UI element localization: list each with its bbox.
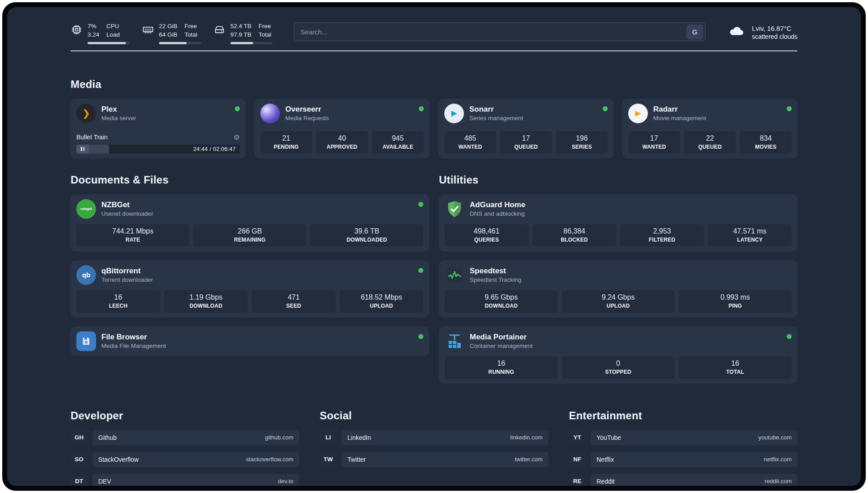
status-dot: [418, 268, 423, 273]
bookmark-link-stackoverflow[interactable]: StackOverflow stackoverflow.com: [92, 452, 299, 467]
stat-label: SEED: [254, 303, 334, 309]
app-card-filebrowser[interactable]: File Browser Media File Management: [71, 326, 429, 356]
app-subtitle: Media server: [101, 115, 136, 122]
stat-label: QUERIES: [447, 237, 527, 243]
app-card-nzbget[interactable]: nzbget NZBGet Usenet downloader 744.21 M…: [71, 194, 429, 251]
bookmark-row: RE Reddit reddit.com: [569, 474, 797, 486]
app-card-adguard[interactable]: AdGuard Home DNS and adblocking 498,461 …: [439, 194, 797, 251]
bookmark-link-github[interactable]: Github github.com: [92, 430, 299, 445]
top-bar: 7%3.24 CPULoad 22 GiB64 GiB Free: [71, 22, 797, 44]
ram-label-2: Total: [184, 31, 197, 39]
app-name: NZBGet: [101, 200, 153, 209]
memory-metric: 22 GiB64 GiB FreeTotal: [142, 22, 201, 44]
app-card-plex[interactable]: ❯ Plex Media server Bullet Train ⚙ 24:44…: [71, 99, 246, 159]
bookmark-url: linkedin.com: [510, 434, 542, 441]
stat-tile: 834 MOVIES: [740, 131, 792, 154]
stat-tile: 39.6 TB DOWNLOADED: [310, 224, 423, 246]
app-name: Media Portainer: [470, 332, 533, 342]
stat-value: 471: [254, 293, 334, 301]
app-subtitle: Container management: [470, 343, 533, 350]
stat-label: BLOCKED: [534, 237, 615, 243]
stat-tile: 9.65 Gbps DOWNLOAD: [445, 290, 558, 313]
disk-progress-bar: [230, 42, 272, 44]
radarr-icon: ▶: [628, 104, 648, 123]
stat-value: 498,461: [447, 227, 527, 235]
stat-tile: 16 RUNNING: [445, 356, 558, 379]
app-name: Plex: [101, 104, 136, 114]
stat-label: WANTED: [446, 144, 494, 150]
stat-tile: 9.24 Gbps UPLOAD: [562, 290, 675, 313]
stat-label: MOVIES: [742, 144, 790, 150]
stat-tile: 196 SERIES: [556, 131, 608, 154]
stat-value: 16: [680, 359, 790, 368]
cloud-icon: [726, 24, 747, 41]
ram-free: 22 GiB: [159, 22, 177, 31]
search-engine-button[interactable]: G: [686, 25, 703, 39]
bookmark-group-developer: Developer GH Github github.com SO StackO…: [71, 409, 299, 486]
bookmark-row: TW Twitter twitter.com: [320, 452, 548, 467]
app-card-qbittorrent[interactable]: qb qBittorrent Torrent downloader 16 LEE…: [71, 260, 429, 318]
bookmark-link-netflix[interactable]: Netflix netflix.com: [591, 452, 797, 467]
bookmark-row: NF Netflix netflix.com: [569, 452, 797, 467]
stat-label: PING: [680, 303, 790, 309]
stat-label: AVAILABLE: [374, 144, 422, 150]
stat-label: QUEUED: [502, 144, 550, 150]
stat-value: 485: [446, 134, 494, 142]
speedtest-icon: [445, 265, 464, 285]
bookmark-url: netflix.com: [764, 456, 792, 463]
stat-tile: 0.993 ms PING: [679, 290, 792, 313]
bookmark-name: YouTube: [597, 434, 621, 441]
app-card-radarr[interactable]: ▶ Radarr Movie management 17 WANTED 22 Q…: [622, 99, 797, 159]
bookmark-name: Netflix: [597, 456, 614, 463]
stat-tile: 86,384 BLOCKED: [533, 224, 617, 246]
cpu-label-1: CPU: [106, 22, 120, 31]
stat-tile: 618.52 Mbps UPLOAD: [340, 290, 424, 313]
nzbget-icon: nzbget: [76, 199, 96, 219]
weather-widget: Lviv, 16.87°C scattered clouds: [726, 24, 797, 41]
app-card-overseerr[interactable]: Overseerr Media Requests 21 PENDING 40 A…: [255, 99, 430, 159]
stat-label: WANTED: [630, 144, 678, 150]
weather-condition: scattered clouds: [752, 33, 797, 40]
ram-total: 64 GiB: [159, 31, 177, 39]
app-card-portainer[interactable]: Media Portainer Container management 16 …: [439, 326, 797, 384]
search-bar[interactable]: G: [294, 22, 705, 41]
bookmark-link-linkedin[interactable]: LinkedIn linkedin.com: [342, 430, 548, 445]
stat-value: 618.52 Mbps: [342, 293, 422, 301]
app-card-speedtest[interactable]: Speedtest Speedtest Tracking 9.65 Gbps D…: [439, 260, 797, 318]
settings-gear-icon[interactable]: ⚙: [234, 133, 240, 142]
bookmark-row: GH Github github.com: [71, 430, 299, 445]
stat-label: TOTAL: [680, 369, 790, 375]
weather-location-temp: Lviv, 16.87°C: [752, 25, 797, 32]
bookmark-link-twitter[interactable]: Twitter twitter.com: [342, 452, 548, 467]
cpu-icon: [71, 24, 83, 38]
stat-label: UPLOAD: [342, 303, 422, 309]
search-input[interactable]: [300, 28, 686, 36]
stat-tile: 40 APPROVED: [316, 131, 368, 154]
bookmark-abbr: NF: [569, 452, 586, 467]
disk-label-2: Total: [259, 31, 271, 39]
stat-value: 0.993 ms: [680, 293, 790, 301]
app-name: qBittorrent: [101, 266, 153, 276]
stat-tile: 17 WANTED: [628, 131, 680, 154]
bookmark-link-dev[interactable]: DEV dev.to: [92, 474, 299, 486]
app-subtitle: DNS and adblocking: [470, 210, 526, 218]
app-name: Speedtest: [470, 266, 522, 276]
app-name: File Browser: [101, 332, 166, 342]
playback-progress-bar[interactable]: 24:44 / 02:06:47: [76, 145, 240, 154]
bookmark-link-reddit[interactable]: Reddit reddit.com: [591, 474, 797, 486]
bookmark-row: YT YouTube youtube.com: [569, 430, 797, 445]
pause-icon[interactable]: [76, 145, 89, 154]
bookmark-url: twitter.com: [515, 456, 542, 463]
bookmark-name: StackOverflow: [98, 456, 138, 463]
bookmark-abbr: LI: [320, 430, 337, 445]
status-dot: [418, 334, 423, 339]
stat-label: REMAINING: [195, 237, 305, 243]
stat-tile: 16 LEECH: [76, 290, 160, 313]
bookmark-url: reddit.com: [764, 478, 792, 485]
cpu-progress-bar: [88, 42, 129, 44]
stat-value: 16: [78, 293, 159, 301]
bookmark-link-youtube[interactable]: YouTube youtube.com: [591, 430, 797, 445]
bookmark-abbr: SO: [71, 452, 88, 467]
app-card-sonarr[interactable]: ▶ Sonarr Series management 485 WANTED 17…: [438, 99, 613, 159]
stat-label: LATENCY: [710, 237, 790, 243]
